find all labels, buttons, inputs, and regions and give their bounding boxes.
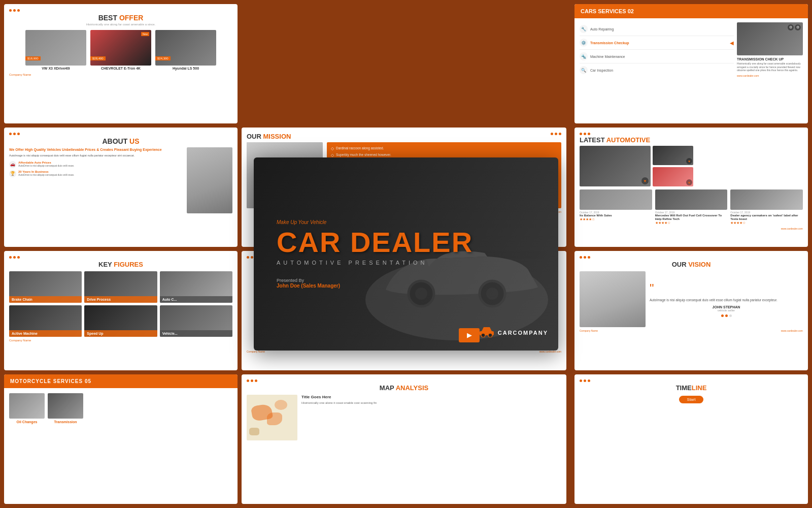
vision-website: www.cardealer.com [781,329,803,332]
key-item-4: Active Machine [9,305,82,337]
moto-header-text: MOTORCYCLE SERVICES 05 [10,378,231,384]
latest-website: www.cardealer.com [580,227,803,230]
news-title-2: Mercedes Will Roll Out Fuel Cell Crossov… [655,214,728,221]
key-label-3: Auto C... [160,296,232,303]
hero-logo-text: CARCOMPANY [498,330,548,336]
vision-author: JOHN STEPHAN [650,305,803,309]
news-title-1: Its Balance With Sales [580,214,652,217]
key-item-2: Drive Process [84,271,157,303]
key-label-4: Active Machine [9,330,82,337]
svg-point-4 [486,288,498,300]
about-us-title: ABOUT US [9,137,232,145]
slide-our-vision: OUR VISION " AutoImage is nisi aliquip c… [574,251,808,370]
car-item-1: $18,900 VW X3 XDrive40i [25,30,86,70]
vision-role: vehicle seller [650,309,803,312]
moto-label-1: Oil Changes [9,420,45,424]
slide-timeline: TIMELINE Start [574,374,808,504]
news-item-2: October 17, 2019 Mercedes Will Roll Out … [655,189,728,225]
svg-point-7 [488,333,492,337]
vision-quote-icon: " [650,281,803,296]
service-item-1: 🔧 Auto Repairing [580,22,734,36]
car-price-1: $18,900 [25,56,41,60]
key-label-6: Vehicle... [160,330,232,337]
hero-presenter-name: John Doe (Sales Manager) [277,283,535,289]
key-company: Company Name [9,339,232,342]
service-detail-text: Histrionically one along far coast amena… [737,62,803,72]
car-name-3: Hyundai LS 500 [155,67,216,70]
map-analysis-title: MAP ANALYSIS [247,384,561,392]
moto-label-2: Transmission [48,420,83,424]
news-stars-2: ★★★★☆ [655,221,728,225]
car-price-2: $28,400 [90,56,106,60]
svg-point-6 [481,333,485,337]
car-item-3: $24,300 Hyundai LS 500 [155,30,216,70]
vision-body: AutoImage is nisi aliquip consequat duis… [650,298,803,303]
hero-title: CAR DEALER [277,228,535,257]
slide-map-analysis: MAP ANALYSIS Title Goes Here Histrionica… [242,374,566,504]
key-label-2: Drive Process [84,296,157,303]
slide-latest-automotive: LATEST AUTOMOTIVE ♥ ♥ ♥ October 17, 2019 [574,128,808,247]
news-title-3: Dealer agency carmakers on 'safest' labe… [730,214,803,221]
key-item-1: Brake Chain [9,271,82,303]
latest-title: LATEST AUTOMOTIVE [580,136,650,144]
car-name-2: CHEVROLET E-Tron 4K [90,67,151,70]
hero-subtitle: AUTOMOTIVE PRESENTATION [277,260,535,266]
key-label-1: Brake Chain [9,296,82,303]
service-item-3: 🔩 Machine Maintenance [580,50,734,64]
cars-services-header: CARS SERVICES 02 [574,4,808,18]
news-stars-3: ★★★★☆ [730,221,803,225]
news-stars-1: ★★★★☆ [580,217,652,221]
timeline-title: TIMELINE [580,384,803,392]
key-item-6: Vehicle... [160,305,232,337]
feature-2-desc: AutoDrive is nisi aliquip consequat duis… [18,173,74,176]
best-offer-title: BEST OFFER [9,14,232,22]
svg-point-3 [415,288,427,300]
car-name-1: VW X3 XDrive40i [25,67,86,70]
key-item-5: Speed Up [84,305,157,337]
hero-presenter-label: Presented By [277,278,535,283]
best-offer-subtitle: Histrionically one along far coast amena… [9,23,232,26]
slide-about-us: ABOUT US We Offer High Quality Vehicles … [4,128,238,247]
feature-1-desc: AutoDrive is nisi aliquip consequat duis… [18,164,74,167]
key-label-5: Speed Up [84,330,157,337]
moto-item-1: Oil Changes [9,393,45,424]
moto-item-2: Transmission [48,393,83,424]
hero-tagline: Make Up Your Vehicle [277,219,535,225]
key-item-3: Auto C... [160,271,232,303]
service-item-2: ⚙️ Transmission Checkup ◀ [580,36,734,50]
car-item-2: New $28,400 CHEVROLET E-Tron 4K [90,30,151,70]
our-vision-title: OUR VISION [580,261,803,268]
mission-item-1: Dardinal raccoon along assisted. [336,146,384,150]
slide-motorcycle: MOTORCYCLE SERVICES 05 Oil Changes Trans… [4,374,238,504]
cars-grid: $18,900 VW X3 XDrive40i New $28,400 CHEV… [9,30,232,70]
timeline-start: Start [679,396,704,403]
mission-item-2: Superbly much the sheened however. [336,153,391,157]
slide-dots [9,9,232,12]
vision-company: Company Name [580,329,598,332]
service-item-4: 🔍 Car Inspection [580,64,734,77]
car-price-3: $24,300 [155,56,171,60]
slide-key-figures: KEY FIGURES Brake Chain Drive Process Au… [4,251,238,370]
news-item-1: October 17, 2019 Its Balance With Sales … [580,189,652,225]
moto-header: MOTORCYCLE SERVICES 05 [4,374,238,388]
key-figures-title: KEY FIGURES [9,261,232,268]
our-mission-title: OUR MISSION [247,133,291,140]
slide-best-offer: BEST OFFER Histrionically one along far … [4,4,238,123]
service-website: www.cardealer.com [737,74,803,77]
hero-slide: Make Up Your Vehicle CAR DEALER AUTOMOTI… [254,157,558,351]
service-detail-title: TRANSMISSION CHECK UP [737,57,803,61]
hero-play-button[interactable]: ▶ [459,328,480,342]
news-item-3: October 17, 2019 Dealer agency carmakers… [730,189,803,225]
map-subtitle: Title Goes Here [301,395,561,399]
map-body: Histrionically one alone it coast enable… [301,401,561,405]
slide-cars-services: CARS SERVICES 02 🔧 Auto Repairing ⚙️ Tra… [574,4,808,123]
about-headline: We Offer High Quality Vehicles Unbelieva… [9,147,183,152]
about-body: AutoImage is nisi aliquip consequat duis… [9,154,183,158]
company-name: Company Name [9,73,232,76]
